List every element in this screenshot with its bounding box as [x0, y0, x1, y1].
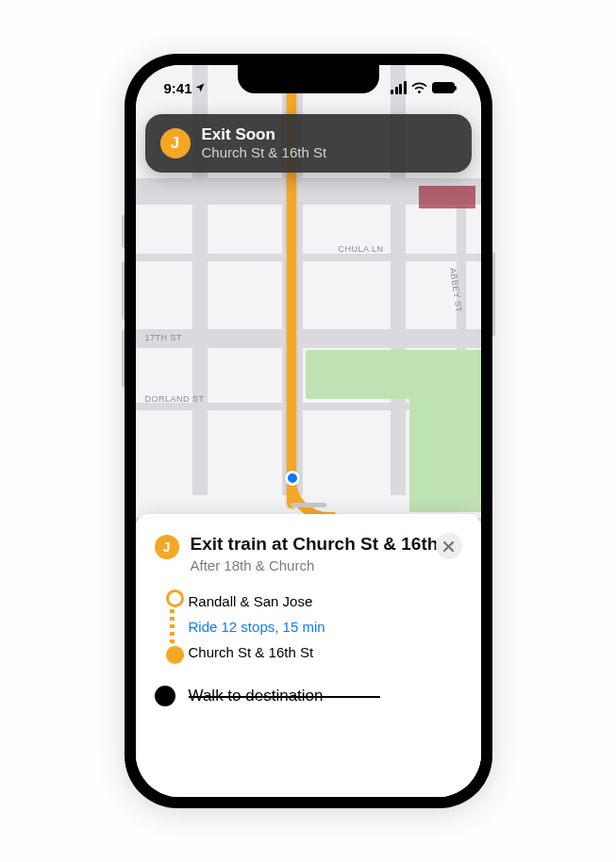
building-block [419, 186, 475, 208]
stops-list: Randall & San Jose Ride 12 stops, 15 min… [160, 588, 462, 665]
sheet-grabber[interactable] [291, 503, 326, 507]
cellular-signal-icon [390, 81, 407, 94]
next-step-row[interactable]: Walk to destination [155, 686, 462, 706]
street-label: 17TH ST [145, 333, 183, 342]
stop-end: Church St & 16th St [160, 639, 462, 665]
next-step-label: Walk to destination [189, 687, 324, 705]
street-label: DORLAND ST [145, 394, 205, 404]
park-block [409, 350, 481, 512]
card-subtitle: After 18th & Church [191, 557, 461, 573]
wifi-icon [411, 82, 427, 94]
user-location-dot [285, 471, 300, 486]
phone-frame: 9:41 J Exit Soon Church St & 16th St [125, 54, 492, 808]
card-title: Exit train at Church St & 16th St [191, 533, 461, 555]
ride-info-link[interactable]: Ride 12 stops, 15 min [160, 614, 462, 639]
close-button[interactable] [436, 533, 462, 559]
screen: 9:41 J Exit Soon Church St & 16th St [136, 65, 481, 797]
street [136, 329, 481, 348]
notch [238, 65, 379, 93]
power-button [492, 252, 495, 337]
time-label: 9:41 [164, 80, 192, 96]
stop-start: Randall & San Jose [160, 588, 462, 614]
directions-card[interactable]: J Exit train at Church St & 16th St Afte… [136, 514, 481, 797]
stops-connector-line [170, 594, 175, 659]
transit-line-badge: J [155, 535, 179, 559]
location-arrow-icon [194, 82, 206, 93]
transit-line-badge: J [160, 128, 191, 158]
banner-subtitle: Church St & 16th St [202, 144, 327, 161]
exit-soon-banner[interactable]: J Exit Soon Church St & 16th St [145, 114, 472, 173]
battery-icon [432, 82, 455, 93]
street-label: CHULA LN [339, 244, 384, 254]
walk-icon [155, 686, 175, 706]
banner-title: Exit Soon [202, 125, 327, 144]
status-time: 9:41 [164, 80, 206, 96]
street [136, 254, 481, 261]
close-icon [443, 541, 454, 552]
